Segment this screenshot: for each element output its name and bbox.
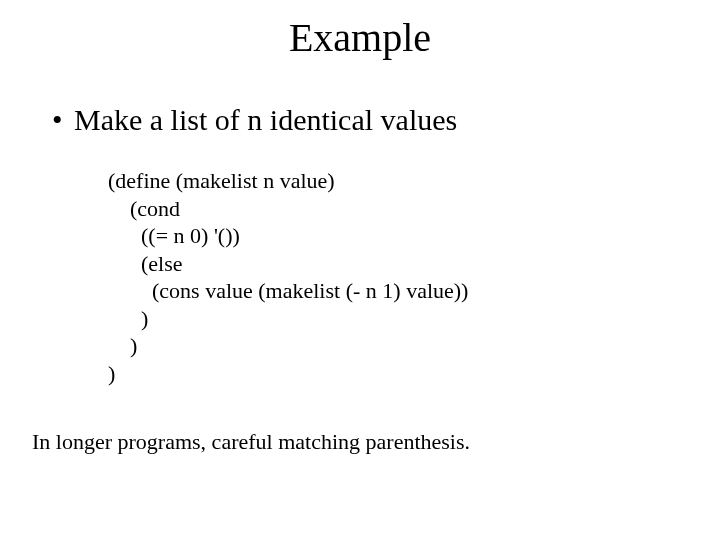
footer-text: In longer programs, careful matching par… — [32, 429, 720, 455]
slide-title: Example — [0, 0, 720, 61]
code-block: (define (makelist n value) (cond ((= n 0… — [108, 167, 720, 387]
code-line: ) — [108, 333, 137, 358]
bullet-text: Make a list of n identical values — [74, 103, 457, 137]
code-line: ) — [108, 306, 148, 331]
code-line: (cons value (makelist (- n 1) value)) — [108, 278, 468, 303]
bullet-marker: • — [52, 103, 74, 137]
slide: Example • Make a list of n identical val… — [0, 0, 720, 540]
code-line: ((= n 0) '()) — [108, 223, 240, 248]
code-line: (cond — [108, 196, 180, 221]
code-line: (else — [108, 251, 183, 276]
bullet-item: • Make a list of n identical values — [52, 103, 720, 137]
code-line: (define (makelist n value) — [108, 168, 335, 193]
code-line: ) — [108, 361, 115, 386]
